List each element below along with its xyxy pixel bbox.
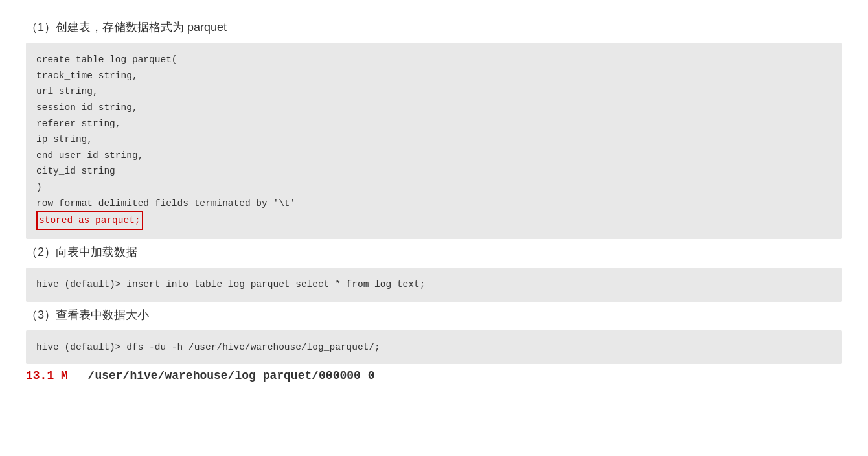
code-line: row format delimited fields terminated b… [36,198,295,209]
result-size: 13.1 M [26,369,68,382]
section-2: （2）向表中加载数据 hive (default)> insert into t… [26,244,842,302]
code-line: track_time string, [36,71,138,81]
code-line: referer string, [36,119,121,129]
section-1: （1）创建表，存储数据格式为 parquet create table log_… [26,19,842,239]
code-line: session_id string, [36,102,138,113]
section-1-title: （1）创建表，存储数据格式为 parquet [26,19,842,35]
section-3: （3）查看表中数据大小 hive (default)> dfs -du -h /… [26,307,842,365]
section-2-code: hive (default)> insert into table log_pa… [26,268,842,302]
result-path: /user/hive/warehouse/log_parquet/000000_… [81,369,375,382]
code-line: hive (default)> insert into table log_pa… [36,279,425,290]
code-line: create table log_parquet( [36,54,177,65]
section-3-code: hive (default)> dfs -du -h /user/hive/wa… [26,330,842,365]
code-line: ip string, [36,134,93,144]
section-1-code: create table log_parquet( track_time str… [26,43,842,239]
code-line: hive (default)> dfs -du -h /user/hive/wa… [36,342,380,352]
code-line: url string, [36,86,98,97]
section-2-title: （2）向表中加载数据 [26,244,842,260]
code-line: end_user_id string, [36,150,143,161]
highlighted-code-line: stored as parquet; [36,211,143,230]
code-line: city_id string [36,166,115,176]
section-3-title: （3）查看表中数据大小 [26,307,842,323]
result-line: 13.1 M /user/hive/warehouse/log_parquet/… [26,369,842,382]
code-line: ) [36,182,42,192]
